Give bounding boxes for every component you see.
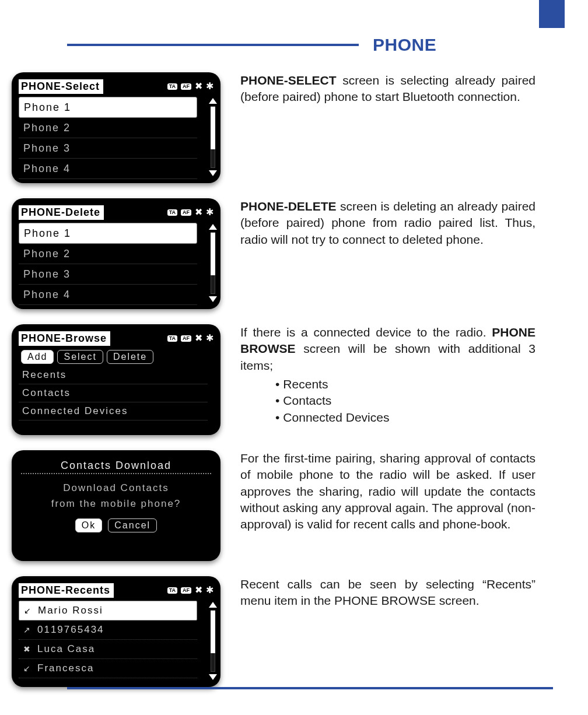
status-icons: TA AF ✖ ✱	[167, 586, 214, 595]
desc-text: If there is a connected device to the ra…	[240, 325, 492, 339]
scroll-up-icon[interactable]	[209, 602, 217, 608]
ta-badge: TA	[167, 587, 177, 594]
dialog-title: Contacts Download	[19, 456, 214, 473]
add-button[interactable]: Add	[21, 350, 54, 364]
bluetooth-icon: ✱	[206, 208, 214, 217]
section-download: Contacts Download Download Contacts from…	[12, 450, 559, 561]
screen-title-browse: PHONE-Browse	[19, 331, 110, 346]
mute-icon: ✖	[195, 334, 202, 343]
recent-item[interactable]: ↙Francesca	[19, 659, 197, 678]
desc-select: PHONE-SELECT screen is selecting already…	[240, 72, 559, 106]
list-item[interactable]: Phone 2	[19, 244, 197, 264]
list-item[interactable]: Phone 3	[19, 264, 197, 285]
desc-delete: PHONE-DELETE screen is deleting an alrea…	[240, 198, 559, 248]
list-item[interactable]: Phone 1	[19, 223, 197, 244]
list-item[interactable]: Connected Devices	[19, 402, 208, 420]
af-badge: AF	[181, 209, 191, 216]
scroll-down-icon[interactable]	[209, 170, 217, 176]
bluetooth-icon: ✱	[206, 586, 214, 595]
section-recents: PHONE-Recents TA AF ✖ ✱ ↙Mario Rossi ↗01…	[12, 576, 559, 687]
ok-button[interactable]: Ok	[75, 518, 102, 532]
bold-label: PHONE-DELETE	[240, 199, 337, 213]
device-browse: PHONE-Browse TA AF ✖ ✱ Add Select Delete…	[12, 324, 220, 435]
screen-title-recents: PHONE-Recents	[19, 583, 114, 598]
ta-badge: TA	[167, 335, 177, 342]
dialog-message: Download Contacts from the mobile phone?	[19, 480, 214, 511]
desc-recents: Recent calls can be seen by selecting “R…	[240, 576, 559, 609]
device-recents: PHONE-Recents TA AF ✖ ✱ ↙Mario Rossi ↗01…	[12, 576, 220, 687]
scrollbar[interactable]	[206, 98, 219, 176]
bold-label: PHONE-SELECT	[240, 73, 337, 87]
list-item[interactable]: Phone 1	[19, 97, 197, 118]
section-delete: PHONE-Delete TA AF ✖ ✱ Phone 1 Phone 2 P…	[12, 198, 559, 309]
bullet-item: Recents	[275, 376, 536, 392]
desc-download: For the first-time pairing, sharing appr…	[240, 450, 559, 533]
title-row: PHONE	[12, 35, 559, 55]
af-badge: AF	[181, 335, 191, 342]
list-item[interactable]: Phone 2	[19, 118, 197, 138]
mute-icon: ✖	[195, 82, 202, 91]
screen-title-delete: PHONE-Delete	[19, 205, 104, 220]
status-icons: TA AF ✖ ✱	[167, 82, 214, 91]
recent-item[interactable]: ↗0119765434	[19, 621, 197, 640]
missed-call-icon: ✖	[22, 644, 33, 654]
mute-icon: ✖	[195, 208, 202, 217]
bluetooth-icon: ✱	[206, 334, 214, 343]
scroll-down-icon[interactable]	[209, 674, 217, 680]
scroll-track[interactable]	[211, 106, 215, 168]
list-item[interactable]: Phone 4	[19, 285, 197, 305]
device-select: PHONE-Select TA AF ✖ ✱ Phone 1 Phone 2 P…	[12, 72, 220, 183]
scrollbar[interactable]	[206, 602, 219, 680]
section-select: PHONE-Select TA AF ✖ ✱ Phone 1 Phone 2 P…	[12, 72, 559, 183]
bullet-item: Connected Devices	[275, 409, 536, 426]
bullet-list: Recents Contacts Connected Devices	[240, 376, 536, 426]
ta-badge: TA	[167, 209, 177, 216]
list-item[interactable]: Phone 3	[19, 138, 197, 159]
delete-button[interactable]: Delete	[107, 350, 153, 364]
recent-label: Mario Rossi	[38, 605, 103, 616]
recent-label: Francesca	[37, 663, 94, 674]
scroll-track[interactable]	[211, 610, 215, 672]
scroll-up-icon[interactable]	[209, 224, 217, 230]
page-title: PHONE	[373, 35, 436, 55]
scroll-up-icon[interactable]	[209, 98, 217, 104]
scrollbar[interactable]	[206, 224, 219, 302]
ta-badge: TA	[167, 83, 177, 90]
device-delete: PHONE-Delete TA AF ✖ ✱ Phone 1 Phone 2 P…	[12, 198, 220, 309]
incoming-call-icon: ↙	[22, 664, 33, 673]
section-browse: PHONE-Browse TA AF ✖ ✱ Add Select Delete…	[12, 324, 559, 435]
list-item[interactable]: Phone 4	[19, 159, 197, 179]
list-item[interactable]: Contacts	[19, 384, 208, 402]
bluetooth-icon: ✱	[206, 82, 214, 91]
desc-browse: If there is a connected device to the ra…	[240, 324, 559, 426]
screen-title-select: PHONE-Select	[19, 79, 103, 94]
outgoing-call-icon: ↗	[22, 625, 33, 635]
cancel-button[interactable]: Cancel	[108, 518, 157, 532]
select-button[interactable]: Select	[57, 350, 103, 364]
device-download: Contacts Download Download Contacts from…	[12, 450, 220, 561]
scroll-thumb[interactable]	[211, 107, 215, 149]
status-icons: TA AF ✖ ✱	[167, 208, 214, 217]
recent-label: 0119765434	[37, 624, 104, 636]
list-item[interactable]: Recents	[19, 366, 208, 384]
mute-icon: ✖	[195, 586, 202, 595]
blue-rule-bottom	[67, 687, 553, 689]
status-icons: TA AF ✖ ✱	[167, 334, 214, 343]
dialog-line: from the mobile phone?	[19, 496, 214, 511]
scroll-track[interactable]	[211, 232, 215, 294]
scroll-thumb[interactable]	[211, 611, 215, 653]
dialog-line: Download Contacts	[19, 480, 214, 496]
af-badge: AF	[181, 83, 191, 90]
manual-page: PHONE PHONE-Select TA AF ✖ ✱ Phone 1 Pho…	[0, 0, 588, 715]
recent-label: Luca Casa	[37, 643, 95, 655]
content: PHONE-Select TA AF ✖ ✱ Phone 1 Phone 2 P…	[12, 72, 559, 687]
recent-item[interactable]: ↙Mario Rossi	[19, 601, 197, 621]
incoming-call-icon: ↙	[23, 606, 33, 615]
recent-item[interactable]: ✖Luca Casa	[19, 640, 197, 659]
af-badge: AF	[181, 587, 191, 594]
top-accent-tab	[539, 0, 565, 28]
dotted-divider	[21, 473, 211, 474]
scroll-down-icon[interactable]	[209, 296, 217, 302]
blue-rule-top	[67, 44, 359, 46]
scroll-thumb[interactable]	[211, 233, 215, 275]
